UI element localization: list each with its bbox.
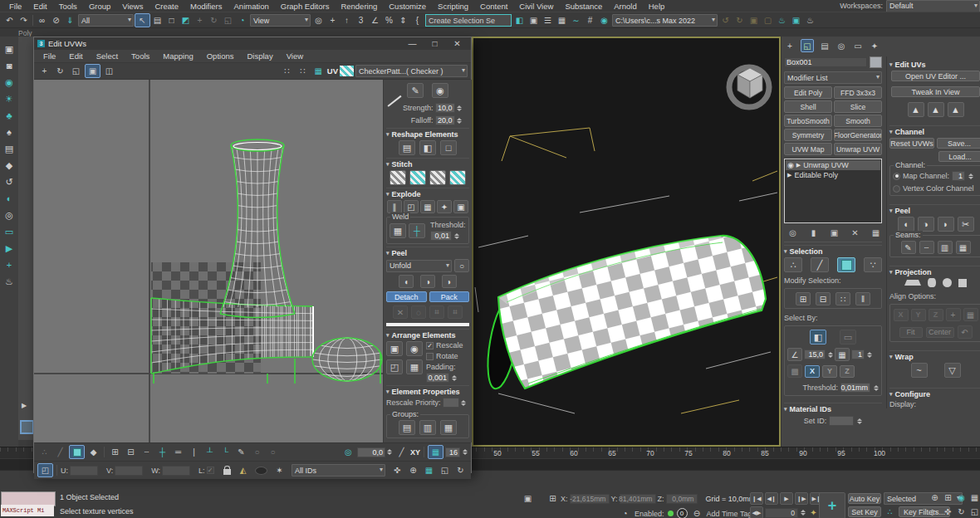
dialog-menu-item[interactable]: Mapping: [157, 51, 198, 61]
save-button[interactable]: Save...: [937, 138, 980, 149]
edit-named-sel-icon[interactable]: {: [410, 14, 424, 27]
align-to-view-icon[interactable]: +: [946, 308, 961, 321]
pack-button[interactable]: Pack: [429, 291, 470, 302]
snap-grid2-icon[interactable]: ∷: [296, 65, 310, 77]
tweak-uv-icon[interactable]: ▲: [928, 102, 944, 117]
prev-frame-icon[interactable]: ◀❙: [765, 492, 778, 505]
ref-coord-dropdown[interactable]: View: [250, 14, 311, 27]
stitch-source-icon[interactable]: [409, 170, 426, 185]
pie-icon[interactable]: ◔: [235, 14, 249, 27]
mirror-uv-icon[interactable]: ◫: [102, 65, 116, 77]
menu-item[interactable]: Edit: [27, 1, 52, 12]
pin-stack-icon[interactable]: ◎: [786, 227, 800, 239]
ring-icon[interactable]: ↺: [2, 176, 16, 188]
rotate-view-icon[interactable]: ↻: [453, 464, 468, 476]
modifier-preset-button[interactable]: Slice: [834, 100, 882, 113]
dialog-menu-item[interactable]: Select: [91, 51, 124, 61]
expand-icon[interactable]: ▶: [796, 162, 801, 169]
planar-projection-icon[interactable]: [904, 280, 921, 286]
curve-editor-icon[interactable]: ∼: [569, 14, 583, 27]
paint-select-icon[interactable]: ✎: [234, 446, 248, 458]
rotate-checkbox[interactable]: [426, 353, 434, 360]
x-field[interactable]: -21,615mm: [570, 494, 610, 504]
layer-manager-icon[interactable]: ☰: [541, 14, 555, 27]
planar-angle-icon[interactable]: ∠: [787, 348, 802, 361]
ribbon-toggle-icon[interactable]: ▦: [555, 14, 569, 27]
up-axis-icon[interactable]: ↑: [340, 14, 354, 27]
relax-element-icon[interactable]: ◧: [419, 140, 436, 155]
edge-ring-icon[interactable]: └: [218, 446, 233, 458]
ignore-backfacing-icon[interactable]: ◧: [810, 330, 826, 345]
threshold-spinner[interactable]: [873, 383, 879, 393]
rescale-priority-spinner[interactable]: [461, 398, 467, 408]
soft-sel-spinner[interactable]: [387, 447, 393, 457]
redo-view-icon[interactable]: ↻: [733, 14, 747, 27]
stack-item-editable-poly[interactable]: ▶ Editable Poly: [786, 170, 880, 180]
vertex-color-radio[interactable]: [893, 185, 900, 193]
object-color-swatch[interactable]: [870, 56, 882, 68]
stitch-rollout-header[interactable]: ▾Stitch: [386, 158, 469, 169]
menu-item[interactable]: Views: [116, 1, 149, 12]
smoothing-value[interactable]: 1: [851, 349, 865, 359]
lock-aspect-checkbox[interactable]: ✓: [207, 467, 214, 474]
orbit-icon[interactable]: ↻: [955, 506, 968, 517]
align-icon[interactable]: ▣: [527, 14, 541, 27]
panel-expand-icon[interactable]: ▶: [22, 402, 27, 409]
pack-together-icon[interactable]: ▦: [406, 359, 423, 374]
menu-item[interactable]: Scripting: [432, 1, 474, 12]
texture-dropdown[interactable]: CheckerPatt...( Checker ): [355, 65, 468, 77]
rotate-icon[interactable]: ↻: [207, 14, 221, 27]
undo-view-icon[interactable]: ↺: [718, 14, 733, 27]
rectangularize-icon[interactable]: □: [440, 140, 457, 155]
grid-size-spinner[interactable]: [462, 447, 468, 457]
shrink-selection-icon[interactable]: ⊟: [124, 446, 138, 458]
falloff-curve-icon[interactable]: [386, 104, 401, 125]
anim-layers-icon[interactable]: ◔: [619, 508, 631, 518]
point-to-point-seam-icon[interactable]: ┄: [919, 241, 934, 254]
grid-size-value[interactable]: 16: [445, 447, 460, 457]
update-warning-icon[interactable]: ◭: [236, 464, 250, 476]
soft-selection-icon[interactable]: ◎: [341, 446, 355, 458]
auto-key-button[interactable]: Auto Key: [848, 493, 881, 504]
flatten-by-matid-icon[interactable]: ▣: [453, 200, 468, 213]
reset-uvws-button[interactable]: Reset UVWs: [889, 138, 934, 149]
menu-item[interactable]: Substance: [559, 1, 608, 12]
load-button[interactable]: Load...: [938, 151, 980, 162]
modifier-preset-button[interactable]: Unwrap UVW: [834, 143, 882, 155]
image-board-icon[interactable]: ▤: [2, 143, 16, 154]
remove-tag-icon[interactable]: ⊖: [691, 508, 703, 518]
zoom-icon[interactable]: ⊕: [406, 464, 420, 476]
frame-mode-icon[interactable]: ◀▶: [750, 506, 763, 518]
padding-spinner[interactable]: [451, 373, 457, 383]
selection-filter-dropdown[interactable]: All: [78, 14, 134, 27]
create-tab[interactable]: +: [784, 40, 796, 51]
unpin-icon[interactable]: ◌: [411, 305, 426, 319]
screen-icon[interactable]: ▭: [2, 226, 16, 237]
group-create-icon[interactable]: ▤: [399, 420, 415, 435]
show-map-icon[interactable]: ▦: [311, 65, 326, 77]
paint-minus-icon[interactable]: ○: [250, 446, 264, 458]
motion-tab[interactable]: ◎: [835, 40, 847, 51]
minimize-icon[interactable]: —: [405, 37, 419, 50]
select-link-icon[interactable]: ∞: [35, 14, 49, 27]
container-icon[interactable]: ▢: [761, 14, 775, 27]
set-key-button[interactable]: Set Key: [848, 506, 881, 517]
spinner-snap-icon[interactable]: ⇕: [396, 14, 410, 27]
snap-grid-icon[interactable]: ∷: [280, 65, 294, 77]
vertex-sub-icon[interactable]: ∴: [784, 257, 802, 272]
fov-icon[interactable]: ▷: [929, 506, 941, 517]
polygon-sub-icon[interactable]: [837, 257, 855, 272]
pelt-map-icon[interactable]: ✂: [958, 217, 974, 232]
edge-sub-icon[interactable]: ╱: [811, 257, 829, 272]
snap-status-icon[interactable]: ⊞: [546, 493, 559, 504]
dialog-menu-item[interactable]: File: [37, 51, 61, 61]
peel-rollout-header-dialog[interactable]: ▾Peel: [386, 247, 469, 257]
pivot-icon[interactable]: ◎: [311, 14, 326, 27]
utilities-tab[interactable]: ✦: [869, 40, 880, 51]
configure-rollout-header[interactable]: ▾Configure: [889, 388, 980, 398]
wrap-rollout-header[interactable]: ▾Wrap: [889, 350, 980, 361]
edge-seam-icon[interactable]: ⌗: [429, 305, 444, 319]
viewport-layout-tab[interactable]: [20, 420, 34, 434]
edge-mode-icon[interactable]: ╱: [53, 446, 67, 458]
frame-spinner[interactable]: [800, 508, 806, 518]
